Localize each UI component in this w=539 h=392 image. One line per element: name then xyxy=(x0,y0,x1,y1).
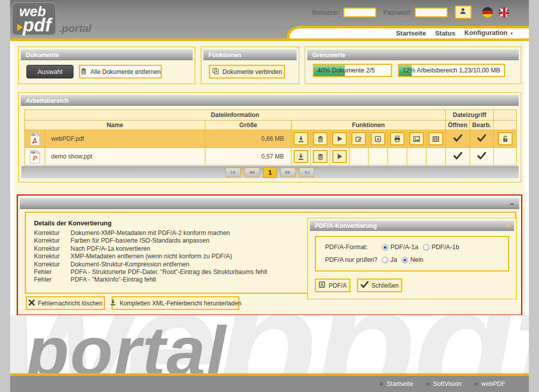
play-icon[interactable] xyxy=(332,150,347,163)
dokumente-verbinden-label: Dokumente verbinden xyxy=(223,68,282,75)
details-rows: KorrekturDokument-XMP-Metadaten mit PDF/… xyxy=(34,229,267,284)
svg-text:A: A xyxy=(376,136,379,141)
nav-konfiguration[interactable]: Konfiguration▼ xyxy=(464,28,514,39)
logo-arrow-icon xyxy=(17,24,23,31)
svg-text:P: P xyxy=(32,154,38,162)
footer-link-softvision[interactable]: SoftVision xyxy=(426,380,461,387)
delete-icon[interactable] xyxy=(313,150,328,163)
workspace-usage-bar: 12% Arbeitsbereich 1,23/10,00 MB xyxy=(398,64,505,77)
conversion-entry: KorrekturXMP-Metadaten entfernen (wenn n… xyxy=(34,253,267,260)
print-icon[interactable] xyxy=(390,132,405,145)
first-page-button[interactable] xyxy=(226,168,241,177)
conversion-details-panel: − Details der Konvertierung KorrekturDok… xyxy=(17,194,522,316)
dokumente-verbinden-button[interactable]: Dokumente verbinden xyxy=(209,65,285,79)
conversion-entry: KorrekturDokument-Struktur-Kompression e… xyxy=(34,261,267,268)
pdfa-dialog-header: PDF/A-Konvertierung × xyxy=(310,220,514,231)
schliessen-button[interactable]: Schließen xyxy=(357,279,402,292)
unlock-icon[interactable] xyxy=(498,132,513,145)
pdfa-check-row: PDF/A nur prüfen? Ja Nein xyxy=(325,256,428,263)
footer-link-startseite[interactable]: Startseite xyxy=(380,380,413,387)
documents-usage-label: 40% Dokumente 2/5 xyxy=(317,65,375,76)
benutzer-label: Benutzer: xyxy=(312,9,341,16)
login-button[interactable] xyxy=(455,6,472,19)
pdfa-options-box: PDF/A-Format: PDF/A-1a PDF/A-1b PDF/A nu… xyxy=(315,236,509,271)
auswahl-button[interactable]: Auswahl xyxy=(26,65,74,79)
uk-flag-icon[interactable] xyxy=(498,7,509,18)
pdf-file-icon: PDF xyxy=(25,132,45,146)
edit-icon[interactable] xyxy=(351,132,366,145)
conversion-entry: KorrekturFarben für PDF-basierte ISO-Sta… xyxy=(34,237,267,245)
conversion-entry: KorrekturNach PDF/A-1a konvertieren xyxy=(34,245,267,253)
fehlernachricht-loeschen-button[interactable]: Fehlernachricht löschen xyxy=(26,296,105,310)
pdfa-convert-button[interactable]: A PDF/A xyxy=(315,279,350,292)
passwort-input[interactable] xyxy=(415,8,448,17)
name-header: Name xyxy=(25,121,205,130)
next-page-button[interactable] xyxy=(280,168,296,177)
file-size: 0,66 MB xyxy=(205,130,292,148)
download-icon[interactable] xyxy=(294,150,308,163)
page: Benutzer: Passwort: Startseite Status Ko… xyxy=(10,0,529,392)
panel-dokumente-title: Dokumente xyxy=(21,49,193,60)
nav-status[interactable]: Status xyxy=(435,28,455,38)
benutzer-input[interactable] xyxy=(343,8,376,17)
empty-group-header xyxy=(494,110,517,121)
check-icon xyxy=(361,281,369,290)
pagination-bar: 1 xyxy=(21,166,519,178)
download-icon[interactable] xyxy=(294,132,308,145)
radio-pdfa-1b-label: PDF/A-1b xyxy=(432,244,459,251)
pdfa-dialog: PDF/A-Konvertierung × PDF/A-Format: PDF/… xyxy=(307,218,517,299)
chevron-down-icon: ▼ xyxy=(510,31,514,36)
panel-grenzwerte-title: Grenzwerte xyxy=(307,49,519,60)
panel-grenzwerte: Grenzwerte 40% Dokumente 2/5 12% Arbeits… xyxy=(305,47,521,84)
xml-fehlerbericht-label: Kompletten XML-Fehlerbericht herunterlad… xyxy=(120,300,241,307)
last-page-button[interactable] xyxy=(299,168,314,177)
conversion-entry: FehlerPDFA - Strukturierte PDF-Datei: "R… xyxy=(34,268,267,276)
pdfa-icon[interactable]: A xyxy=(371,132,385,145)
nav-startseite[interactable]: Startseite xyxy=(396,28,426,38)
panel-dokumente: Dokumente Auswahl Alle Dokumente entfern… xyxy=(18,47,195,84)
table-row[interactable]: PDF webPDF.pdf 0,66 MB A xyxy=(25,130,517,148)
radio-nein[interactable] xyxy=(402,257,408,263)
current-page-button[interactable]: 1 xyxy=(263,167,277,178)
file-size: 0,57 MB xyxy=(205,148,292,166)
open-allowed-check xyxy=(446,148,470,166)
conversion-collapse-bar: − xyxy=(20,198,519,209)
delete-icon[interactable] xyxy=(313,132,328,145)
details-title: Details der Konvertierung xyxy=(34,220,112,227)
file-name: demo show.ppt xyxy=(45,148,205,166)
merge-documents-icon xyxy=(212,67,220,76)
table-icon[interactable] xyxy=(428,132,443,145)
table-group-header-row: Dateiinformation Dateizugriff xyxy=(25,110,517,121)
oeffnen-header: Öffnen xyxy=(446,121,470,130)
footer-link-webpdf[interactable]: webPDF xyxy=(475,380,506,387)
pdfa-format-row: PDF/A-Format: PDF/A-1a PDF/A-1b xyxy=(325,244,464,251)
radio-ja[interactable] xyxy=(382,257,388,263)
prev-page-button[interactable] xyxy=(244,168,260,177)
svg-text:A: A xyxy=(320,282,324,287)
file-type-cell: PPTP xyxy=(25,148,45,166)
conversion-entry: FehlerPDFA - "MarkInfo"-Eintrag fehlt xyxy=(34,276,267,284)
radio-pdfa-1b[interactable] xyxy=(423,244,429,251)
bullet-icon xyxy=(426,382,430,386)
user-icon xyxy=(459,7,467,17)
header-divider xyxy=(10,38,529,41)
watermark-zone: webpdf portal xyxy=(10,315,529,373)
radio-pdfa-1a[interactable] xyxy=(382,244,388,251)
image-icon[interactable] xyxy=(409,132,424,145)
panel-arbeitsbereich-title: Arbeitsbereich xyxy=(21,95,519,106)
pdfa-check-label: PDF/A nur prüfen? xyxy=(325,256,382,263)
bullet-icon xyxy=(475,382,478,386)
funktionen-header: Funktionen xyxy=(292,121,446,130)
alle-dokumente-entfernen-label: Alle Dokumente entfernen xyxy=(90,68,161,75)
radio-ja-label: Ja xyxy=(390,256,397,263)
dateiinformation-header: Dateiinformation xyxy=(25,110,446,121)
play-icon[interactable] xyxy=(332,132,347,145)
close-icon[interactable]: × xyxy=(506,221,510,231)
alle-dokumente-entfernen-button[interactable]: Alle Dokumente entfernen xyxy=(79,65,162,79)
minimize-icon[interactable]: − xyxy=(510,200,514,208)
xml-fehlerbericht-button[interactable]: Kompletten XML-Fehlerbericht herunterlad… xyxy=(112,296,239,310)
table-row[interactable]: PPTP demo show.ppt 0,57 MB xyxy=(25,148,517,166)
pdfa-format-label: PDF/A-Format: xyxy=(325,244,382,251)
radio-nein-label: Nein xyxy=(410,256,423,263)
german-flag-icon[interactable] xyxy=(482,7,493,18)
